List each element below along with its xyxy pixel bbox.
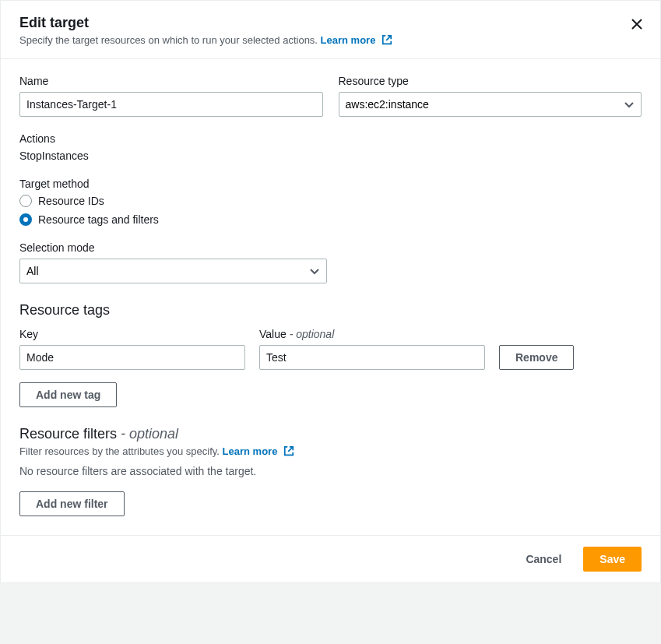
selection-mode-value: All	[26, 265, 39, 277]
add-new-filter-button[interactable]: Add new filter	[19, 491, 125, 516]
tag-key-input[interactable]	[19, 345, 245, 370]
resource-tags-title: Resource tags	[19, 302, 642, 318]
name-label: Name	[19, 75, 323, 87]
resource-filters-title: Resource filters - optional	[19, 426, 642, 442]
remove-tag-button[interactable]: Remove	[499, 345, 574, 370]
selection-mode-select[interactable]: All	[19, 259, 327, 283]
tag-row: Key Value - optional Remove	[19, 328, 642, 370]
target-method-label: Target method	[19, 178, 642, 190]
tag-value-optional: - optional	[287, 328, 334, 340]
close-button[interactable]	[631, 18, 643, 33]
tag-key-label: Key	[19, 328, 245, 340]
modal-footer: Cancel Save	[1, 535, 660, 582]
radio-icon	[19, 195, 32, 207]
modal-body: Name Resource type aws:ec2:instance Acti…	[1, 59, 660, 535]
tag-value-label-text: Value	[259, 328, 287, 340]
selection-mode-label: Selection mode	[19, 241, 642, 254]
close-icon	[631, 18, 643, 30]
external-link-icon	[381, 34, 392, 45]
modal-title: Edit target	[19, 15, 642, 31]
radio-resource-ids[interactable]: Resource IDs	[19, 195, 642, 207]
actions-label: Actions	[19, 132, 642, 145]
resource-filters-optional: - optional	[117, 426, 178, 442]
filters-learn-more-link[interactable]: Learn more	[223, 445, 294, 457]
add-new-tag-button[interactable]: Add new tag	[19, 382, 117, 407]
radio-icon	[19, 213, 32, 226]
save-button[interactable]: Save	[583, 547, 642, 572]
tag-value-input[interactable]	[259, 345, 485, 370]
resource-filters-desc-text: Filter resources by the attributes you s…	[19, 445, 220, 457]
name-input[interactable]	[19, 92, 323, 117]
external-link-icon	[283, 445, 294, 456]
modal-header: Edit target Specify the target resources…	[1, 1, 660, 59]
learn-more-text: Learn more	[321, 34, 376, 46]
resource-type-value: aws:ec2:instance	[346, 98, 429, 111]
resource-type-label: Resource type	[339, 75, 642, 87]
learn-more-link[interactable]: Learn more	[321, 34, 392, 46]
modal-subtitle: Specify the target resources on which to…	[19, 34, 642, 46]
resource-filters-desc: Filter resources by the attributes you s…	[19, 445, 642, 457]
edit-target-modal: Edit target Specify the target resources…	[0, 0, 661, 583]
filters-learn-more-text: Learn more	[223, 445, 278, 457]
radio-label-tags: Resource tags and filters	[38, 213, 159, 226]
radio-label-ids: Resource IDs	[38, 195, 104, 207]
resource-filters-title-text: Resource filters	[19, 426, 117, 442]
actions-value: StopInstances	[19, 150, 642, 162]
resource-type-select[interactable]: aws:ec2:instance	[339, 92, 642, 117]
filters-empty-text: No resource filters are associated with …	[19, 465, 642, 477]
modal-subtitle-text: Specify the target resources on which to…	[19, 34, 318, 46]
cancel-button[interactable]: Cancel	[513, 548, 574, 570]
radio-resource-tags[interactable]: Resource tags and filters	[19, 213, 642, 226]
tag-value-label: Value - optional	[259, 328, 485, 340]
